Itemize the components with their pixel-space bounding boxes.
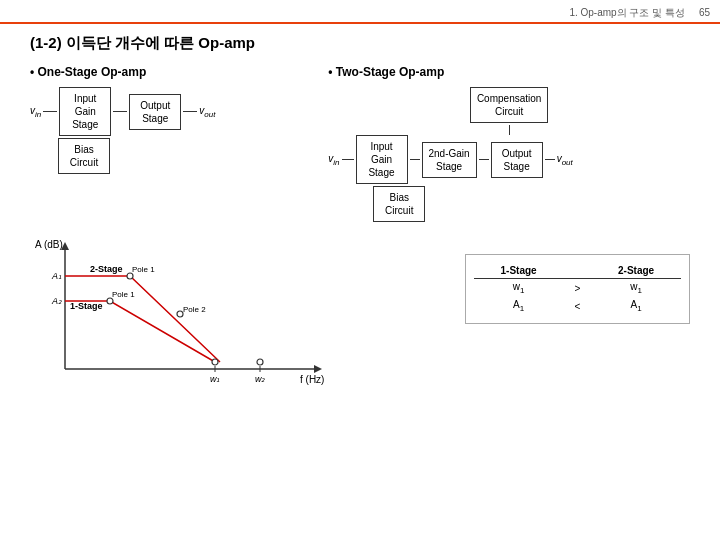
section-title: (1-2) 이득단 개수에 따른 Op-amp [30,34,690,53]
legend-row1: w1 > w1 [474,279,681,298]
block2-line1: Output [140,100,170,111]
legend-r1-c1: w1 [474,279,564,298]
main-content: (1-2) 이득단 개수에 따른 Op-amp • One-Stage Op-a… [0,24,720,406]
one-stage-bias-area: Bias Circuit [58,138,308,174]
ts-block1-line2: Gain [371,154,392,165]
legend-r2-c2: A1 [591,297,681,315]
ts-block1-line1: Input [370,141,392,152]
header-title: 1. Op-amp의 구조 및 특성 [569,7,685,18]
two-stage-vout: vout [557,153,573,167]
one-stage-diagram: vin Input Gain Stage Output Stage vout [30,87,308,136]
svg-text:Pole 2: Pole 2 [183,305,206,314]
ts-block1-line3: Stage [368,167,394,178]
two-stage-bias-area: Bias Circuit [373,186,690,222]
bias-line1: Bias [74,144,93,155]
ts-block2-line1: 2nd-Gain [429,148,470,159]
header-page: 65 [699,7,710,18]
legend-r1-op: > [564,279,592,298]
comp-line1: Compensation [477,93,541,104]
one-stage-vout: vout [199,105,215,119]
two-stage-label: • Two-Stage Op-amp [328,65,690,79]
legend-area: 1-Stage 2-Stage w1 > w1 A1 < A1 [465,254,690,324]
svg-marker-3 [314,365,322,373]
comp-circuit-row: Compensation Circuit [328,87,690,123]
comp-line2: Circuit [495,106,523,117]
legend-r1-c2: w1 [591,279,681,298]
legend-r2-op: < [564,297,592,315]
one-stage-block2: Output Stage [129,94,181,130]
one-stage-vout-sub: out [204,110,215,119]
svg-point-20 [212,359,218,365]
ts-block2-line2: Stage [436,161,462,172]
chart-area: A (dB) f (Hz) A₁ A₂ 2-Stage 1-Stage Pole… [30,234,445,396]
comp-box: Compensation Circuit [470,87,548,123]
svg-text:A₂: A₂ [51,296,62,306]
bottom-section: A (dB) f (Hz) A₁ A₂ 2-Stage 1-Stage Pole… [30,234,690,396]
svg-text:A₁: A₁ [51,271,62,281]
two-stage-block1: Input Gain Stage [356,135,408,184]
two-stage-bias-box: Bias Circuit [373,186,425,222]
one-stage-vin-sub: in [35,110,41,119]
svg-point-21 [257,359,263,365]
svg-text:w₂: w₂ [255,374,266,384]
comp-vert-line [509,125,510,135]
svg-text:2-Stage: 2-Stage [90,264,123,274]
svg-text:Pole 1: Pole 1 [112,290,135,299]
two-stage-blocks-row: vin Input Gain Stage 2nd-Gain Stage Outp… [328,135,690,184]
svg-text:Pole 1: Pole 1 [132,265,155,274]
legend-table: 1-Stage 2-Stage w1 > w1 A1 < A1 [474,263,681,315]
block1-line1: Input [74,93,96,104]
svg-text:f (Hz): f (Hz) [300,374,324,385]
two-stage-vin: vin [328,153,339,167]
frequency-chart: A (dB) f (Hz) A₁ A₂ 2-Stage 1-Stage Pole… [30,234,340,394]
two-stage-block2: 2nd-Gain Stage [422,142,477,178]
one-stage-block1: Input Gain Stage [59,87,111,136]
one-stage-bias-box: Bias Circuit [58,138,110,174]
ts-bias-line1: Bias [390,192,409,203]
bias-line2: Circuit [70,157,98,168]
columns: • One-Stage Op-amp vin Input Gain Stage … [30,65,690,222]
legend-spacer [564,263,592,279]
legend-r2-c1: A1 [474,297,564,315]
header: 1. Op-amp의 구조 및 특성 65 [0,0,720,24]
legend-col2-header: 2-Stage [591,263,681,279]
two-stage-section: • Two-Stage Op-amp Compensation Circuit … [328,65,690,222]
comp-vert [328,125,690,135]
legend-row2: A1 < A1 [474,297,681,315]
two-stage-vout-sub: out [562,158,573,167]
svg-text:1-Stage: 1-Stage [70,301,103,311]
svg-text:A (dB): A (dB) [35,239,63,250]
block2-line2: Stage [142,113,168,124]
header-text: 1. Op-amp의 구조 및 특성 65 [569,6,710,20]
ts-bias-line2: Circuit [385,205,413,216]
two-stage-block3: Output Stage [491,142,543,178]
legend-col1-header: 1-Stage [474,263,564,279]
one-stage-label: • One-Stage Op-amp [30,65,308,79]
svg-text:w₁: w₁ [210,374,221,384]
ts-block3-line2: Stage [504,161,530,172]
two-stage-vin-sub: in [333,158,339,167]
ts-block3-line1: Output [502,148,532,159]
one-stage-vin: vin [30,105,41,119]
block1-line2: Gain [75,106,96,117]
one-stage-section: • One-Stage Op-amp vin Input Gain Stage … [30,65,308,222]
block1-line3: Stage [72,119,98,130]
